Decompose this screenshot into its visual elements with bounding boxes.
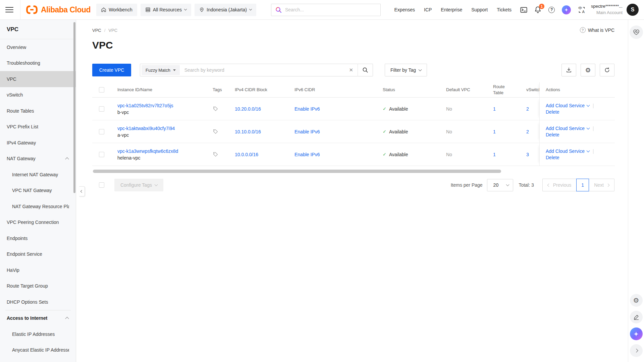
- chevron-down-icon: [587, 149, 590, 152]
- horizontal-scrollbar[interactable]: [93, 170, 501, 173]
- fuzzy-match-dropdown[interactable]: Fuzzy Match: [142, 65, 180, 75]
- delete-link[interactable]: Delete: [546, 132, 559, 137]
- row-checkbox[interactable]: [99, 152, 104, 157]
- enterprise-link[interactable]: Enterprise: [441, 7, 462, 12]
- route-table-count-link[interactable]: 1: [493, 152, 496, 157]
- tag-icon[interactable]: [213, 152, 218, 157]
- expenses-link[interactable]: Expenses: [394, 7, 415, 12]
- help-icon[interactable]: ?: [548, 7, 555, 13]
- next-button[interactable]: Next: [589, 179, 614, 191]
- alibaba-cloud-logo[interactable]: Alibaba Cloud: [25, 5, 91, 14]
- create-vpc-button[interactable]: Create VPC: [92, 64, 131, 76]
- sidebar-item-nat-gateway-resource-plan[interactable]: NAT Gateway Resource Plan: [0, 198, 76, 215]
- global-search-input[interactable]: [285, 7, 376, 12]
- sidebar-item-route-tables[interactable]: Route Tables: [0, 103, 76, 119]
- notifications-bell-icon[interactable]: 1: [534, 6, 541, 13]
- sidebar-item-dhcp-options-sets[interactable]: DHCP Options Sets: [0, 294, 76, 310]
- configure-tags-button[interactable]: Configure Tags: [114, 179, 163, 191]
- icp-link[interactable]: ICP: [424, 7, 432, 12]
- vpc-id-link[interactable]: vpc-k1a025tv82rv7lt27o5js: [117, 103, 173, 108]
- add-cloud-service-link[interactable]: Add Cloud Service: [546, 148, 585, 154]
- enable-ipv6-link[interactable]: Enable IPv6: [294, 129, 320, 134]
- sidebar-collapse-handle[interactable]: [79, 186, 85, 196]
- vpc-id-link[interactable]: vpc-k1a3wrwpsfkqtw6c6zx8d: [117, 148, 178, 154]
- sidebar-item-vpc-nat-gateway[interactable]: VPC NAT Gateway: [0, 183, 76, 199]
- sidebar-item-overview[interactable]: Overview: [0, 39, 76, 55]
- sidebar-item-endpoint-service[interactable]: Endpoint Service: [0, 246, 76, 262]
- health-monitor-icon[interactable]: [630, 25, 643, 39]
- previous-button[interactable]: Previous: [542, 179, 576, 191]
- enable-ipv6-link[interactable]: Enable IPv6: [294, 106, 320, 112]
- chevron-down-icon: [587, 126, 590, 129]
- row-checkbox[interactable]: [99, 106, 104, 112]
- status-check-icon: ✓: [383, 152, 386, 157]
- page-size-select[interactable]: 20: [487, 179, 513, 191]
- sidebar-item-nat-gateway[interactable]: NAT Gateway: [0, 151, 76, 167]
- settings-icon[interactable]: ⚙: [630, 294, 643, 307]
- sidebar-item-vpc-peering-connection[interactable]: VPC Peering Connection: [0, 215, 76, 231]
- sidebar-item-internet-nat-gateway[interactable]: Internet NAT Gateway: [0, 167, 76, 183]
- route-table-count-link[interactable]: 1: [493, 129, 496, 134]
- route-table-count-link[interactable]: 1: [493, 106, 496, 112]
- sidebar-item-havip[interactable]: HaVip: [0, 262, 76, 278]
- search-submit-icon[interactable]: [358, 64, 373, 76]
- sidebar-item-vswitch[interactable]: vSwitch: [0, 87, 76, 103]
- chevron-down-icon: [587, 103, 590, 107]
- ai-assistant-icon[interactable]: [562, 5, 571, 14]
- add-cloud-service-link[interactable]: Add Cloud Service: [546, 126, 585, 131]
- footer-select-all-checkbox[interactable]: [99, 182, 104, 188]
- download-button[interactable]: [561, 64, 576, 76]
- region-selector[interactable]: Indonesia (Jakarta): [195, 4, 256, 16]
- table-settings-button[interactable]: ⚙: [581, 64, 595, 76]
- keyword-search-input[interactable]: [180, 67, 345, 73]
- what-is-vpc-link[interactable]: ? What is VPC: [580, 27, 614, 33]
- action-divider: |: [593, 148, 594, 154]
- language-icon[interactable]: 中 A: [578, 6, 586, 14]
- location-pin-icon: [199, 7, 204, 12]
- vswitch-count-link[interactable]: 3: [526, 152, 529, 157]
- sidebar-scrollbar[interactable]: [73, 22, 75, 193]
- all-resources-button[interactable]: All Resources: [141, 4, 191, 16]
- ipv4-cidr-link[interactable]: 10.20.0.0/16: [235, 106, 261, 112]
- global-search-box: [271, 4, 381, 16]
- sidebar-item-ipv4-gateway[interactable]: IPv4 Gateway: [0, 135, 76, 151]
- ai-assistant-icon[interactable]: [630, 327, 643, 340]
- vswitch-count-link[interactable]: 2: [526, 106, 529, 112]
- account-info[interactable]: spectre********... Main Account: [591, 3, 623, 16]
- add-cloud-service-link[interactable]: Add Cloud Service: [546, 103, 585, 108]
- current-page[interactable]: 1: [576, 179, 589, 191]
- sidebar-item-anycast-elastic-ip-addresses[interactable]: Anycast Elastic IP Addresses: [0, 342, 76, 358]
- breadcrumb-root[interactable]: VPC: [92, 28, 101, 33]
- filter-by-tag-button[interactable]: Filter by Tag: [385, 64, 427, 76]
- sidebar-item-endpoints[interactable]: Endpoints: [0, 230, 76, 246]
- tag-icon[interactable]: [213, 129, 218, 134]
- sidebar-item-vpc-prefix-list[interactable]: VPC Prefix List: [0, 119, 76, 135]
- table-tools: ⚙: [561, 64, 614, 76]
- vswitch-count-link[interactable]: 2: [526, 129, 529, 134]
- ipv4-cidr-link[interactable]: 10.10.0.0/16: [235, 129, 261, 134]
- ipv4-cidr-link[interactable]: 10.0.0.0/16: [235, 152, 258, 157]
- sidebar-item-access-to-internet[interactable]: Access to Internet: [0, 310, 76, 326]
- support-link[interactable]: Support: [471, 7, 488, 12]
- refresh-button[interactable]: [600, 64, 614, 76]
- clear-icon[interactable]: ✕: [344, 67, 358, 73]
- avatar[interactable]: S: [627, 4, 639, 16]
- vpc-id-link[interactable]: vpc-k1aktwabxi9u40cfy7i94: [117, 126, 175, 131]
- enable-ipv6-link[interactable]: Enable IPv6: [294, 152, 320, 157]
- tag-icon[interactable]: [213, 106, 218, 112]
- edit-icon[interactable]: [630, 311, 643, 323]
- sidebar-item-elastic-ip-addresses[interactable]: Elastic IP Addresses: [0, 326, 76, 342]
- delete-link[interactable]: Delete: [546, 155, 559, 160]
- hamburger-menu-icon[interactable]: [5, 7, 13, 13]
- row-checkbox[interactable]: [99, 129, 104, 134]
- sidebar-item-troubleshooting[interactable]: Troubleshooting: [0, 55, 76, 71]
- delete-link[interactable]: Delete: [546, 109, 559, 115]
- sidebar-item-route-target-group[interactable]: Route Target Group: [0, 278, 76, 294]
- vpc-table: Instance ID/Name Tags IPv4 CIDR Block IP…: [92, 82, 615, 166]
- tickets-link[interactable]: Tickets: [497, 7, 512, 12]
- workbench-button[interactable]: Workbench: [96, 4, 137, 16]
- sidebar-item-vpc[interactable]: VPC: [0, 71, 76, 87]
- cloud-shell-icon[interactable]: [520, 7, 527, 13]
- select-all-checkbox[interactable]: [99, 87, 104, 93]
- expand-icon[interactable]: [630, 344, 643, 357]
